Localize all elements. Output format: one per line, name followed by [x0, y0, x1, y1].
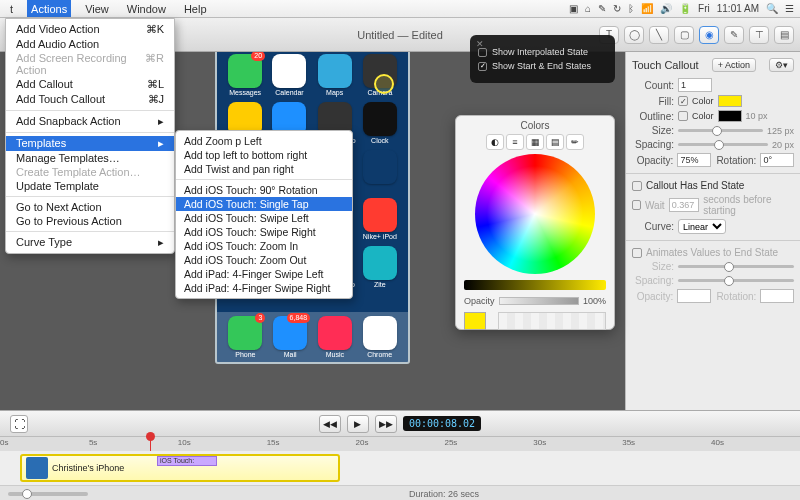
battery-icon[interactable]: 🔋	[679, 3, 691, 14]
opacity-label: Opacity:	[632, 155, 673, 166]
phone-app: Maps	[314, 54, 356, 96]
submenu-item[interactable]: Add iPad: 4-Finger Swipe Left	[176, 267, 352, 281]
separator	[6, 132, 174, 133]
rotation-field[interactable]: 0°	[760, 153, 794, 167]
submenu-item[interactable]: Add iOS Touch: 90° Rotation	[176, 183, 352, 197]
dropbox-icon[interactable]: ⌂	[585, 3, 591, 14]
outline-checkbox[interactable]	[678, 111, 688, 121]
submenu-item[interactable]: Add iOS Touch: Zoom Out	[176, 253, 352, 267]
menubar-item-window[interactable]: Window	[123, 0, 170, 17]
curve-select[interactable]: Linear	[678, 219, 726, 234]
menu-item[interactable]: Manage Templates…	[6, 151, 174, 165]
tool-line-icon[interactable]: ╲	[649, 26, 669, 44]
close-icon[interactable]: ✕	[476, 39, 484, 49]
brightness-slider[interactable]	[464, 280, 606, 290]
ruler-tick: 30s	[533, 438, 546, 447]
color-sliders-tab[interactable]: ≡	[506, 134, 524, 150]
current-color-swatch[interactable]	[464, 312, 486, 330]
menu-item[interactable]: Add Touch Callout⌘J	[6, 92, 174, 107]
submenu-item[interactable]: Add iOS Touch: Zoom In	[176, 239, 352, 253]
opacity-slider[interactable]	[499, 297, 579, 305]
wait-checkbox[interactable]	[632, 200, 641, 210]
separator	[6, 196, 174, 197]
screen-record-icon[interactable]: ▣	[569, 3, 578, 14]
endstate-checkbox[interactable]	[632, 181, 642, 191]
submenu-item[interactable]: Add top left to bottom right	[176, 148, 352, 162]
inspector-panel: Touch Callout + Action ⚙▾ Count:1 Fill:✓…	[625, 52, 800, 410]
menu-item[interactable]: Go to Next Action	[6, 200, 174, 214]
tool-pencil-icon[interactable]: ✎	[724, 26, 744, 44]
menu-item[interactable]: Go to Previous Action	[6, 214, 174, 228]
menu-item[interactable]: Curve Type▸	[6, 235, 174, 250]
menu-item[interactable]: Templates▸	[6, 136, 174, 151]
phone-app: Clock	[360, 102, 400, 144]
system-menubar: t Actions View Window Help ▣ ⌂ ✎ ↻ ᛒ 📶 🔊…	[0, 0, 800, 18]
rewind-button[interactable]: ◀◀	[319, 415, 341, 433]
app-icon: 20	[228, 54, 262, 88]
time-ruler[interactable]: 0s5s10s15s20s25s30s35s40s45s	[0, 437, 800, 451]
touch-callout-marker[interactable]	[374, 74, 394, 94]
state-hud[interactable]: ✕ Show Interpolated State ✓ Show Start &…	[470, 35, 615, 83]
color-palette-tab[interactable]: ▦	[526, 134, 544, 150]
crop-button[interactable]: ⛶	[10, 415, 28, 433]
fill-checkbox[interactable]: ✓	[678, 96, 688, 106]
count-label: Count:	[632, 80, 674, 91]
opacity-value: 100%	[583, 296, 606, 306]
notification-icon[interactable]: ☰	[785, 3, 794, 14]
tracks-area[interactable]: Christine's iPhone iOS Touch:	[0, 451, 800, 485]
color-picker-panel[interactable]: Colors ◐ ≡ ▦ ▤ ✏ Opacity 100%	[455, 115, 615, 330]
fill-color-swatch[interactable]	[718, 95, 742, 107]
menubar-item-app[interactable]: t	[6, 0, 17, 17]
tool-ruler-icon[interactable]: ⊤	[749, 26, 769, 44]
submenu-item[interactable]: Add iPad: 4-Finger Swipe Right	[176, 281, 352, 295]
bluetooth-icon[interactable]: ᛒ	[628, 3, 634, 14]
sync-icon[interactable]: ↻	[613, 3, 621, 14]
tool-image-icon[interactable]: ▢	[674, 26, 694, 44]
play-button[interactable]: ▶	[347, 415, 369, 433]
timeline-footer: Duration: 26 secs	[0, 485, 800, 500]
size-slider[interactable]	[678, 129, 763, 132]
outline-color-swatch[interactable]	[718, 110, 742, 122]
add-action-button[interactable]: + Action	[712, 58, 756, 72]
zoom-slider[interactable]	[8, 492, 88, 496]
tool-shape-icon[interactable]: ◯	[624, 26, 644, 44]
color-wheel[interactable]	[475, 154, 595, 274]
startend-checkbox[interactable]: ✓	[478, 62, 487, 71]
menubar-item-view[interactable]: View	[81, 0, 113, 17]
color-wheel-tab[interactable]: ◐	[486, 134, 504, 150]
submenu-item[interactable]: Add Twist and pan right	[176, 162, 352, 176]
color-swatch-wells[interactable]	[498, 312, 606, 330]
menu-item[interactable]: Add Video Action⌘K	[6, 22, 174, 37]
submenu-item[interactable]: Add Zoom p Left	[176, 134, 352, 148]
animates-label: Animates Values to End State	[646, 247, 778, 258]
menu-item[interactable]: Update Template	[6, 179, 174, 193]
gear-icon[interactable]: ⚙▾	[769, 58, 794, 72]
menu-item[interactable]: Add Callout⌘L	[6, 77, 174, 92]
spotlight-icon[interactable]: 🔍	[766, 3, 778, 14]
spacing-slider[interactable]	[678, 143, 768, 146]
tool-callout-icon[interactable]: ◉	[699, 26, 719, 44]
submenu-item[interactable]: Add iOS Touch: Single Tap	[176, 197, 352, 211]
opacity-field[interactable]: 75%	[677, 153, 711, 167]
menubar-item-actions[interactable]: Actions	[27, 0, 71, 17]
menu-item[interactable]: Add Snapback Action▸	[6, 114, 174, 129]
menubar-item-help[interactable]: Help	[180, 0, 211, 17]
color-crayons-tab[interactable]: ✏	[566, 134, 584, 150]
rotation2-field	[760, 289, 794, 303]
video-clip[interactable]: Christine's iPhone iOS Touch:	[20, 454, 340, 482]
count-field[interactable]: 1	[678, 78, 712, 92]
opacity-label: Opacity	[464, 296, 495, 306]
submenu-item[interactable]: Add iOS Touch: Swipe Right	[176, 225, 352, 239]
action-clip[interactable]: iOS Touch:	[157, 456, 217, 466]
menu-item[interactable]: Add Audio Action	[6, 37, 174, 51]
playhead[interactable]	[150, 437, 151, 451]
evernote-icon[interactable]: ✎	[598, 3, 606, 14]
submenu-item[interactable]: Add iOS Touch: Swipe Left	[176, 211, 352, 225]
wifi-icon[interactable]: 📶	[641, 3, 653, 14]
color-spectrum-tab[interactable]: ▤	[546, 134, 564, 150]
volume-icon[interactable]: 🔊	[660, 3, 672, 14]
dock-app: Chrome	[363, 316, 397, 358]
forward-button[interactable]: ▶▶	[375, 415, 397, 433]
tool-properties-icon[interactable]: ▤	[774, 26, 794, 44]
app-icon	[318, 316, 352, 350]
